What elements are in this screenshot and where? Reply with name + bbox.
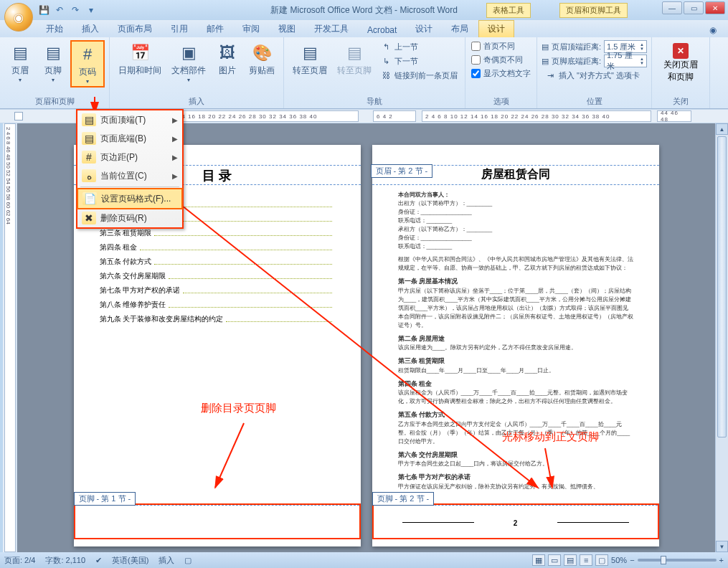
page-number-button[interactable]: #页码▾ — [70, 40, 105, 87]
zoom-out-button[interactable]: − — [630, 556, 634, 564]
scroll-thumb[interactable] — [717, 136, 727, 437]
header-margin-icon: ▤ — [542, 42, 549, 52]
tab-references[interactable]: 引用 — [162, 21, 197, 37]
macro-icon[interactable]: ▢ — [184, 556, 192, 565]
footer-tag-2: 页脚 - 第 2 节 - — [372, 492, 435, 506]
view-fullscreen[interactable]: ▭ — [548, 554, 561, 566]
footer-zone-1[interactable]: 页脚 - 第 1 节 - — [74, 503, 361, 539]
dd-bottom-icon: ▤ — [82, 132, 96, 145]
picture-button[interactable]: 🖼图片 — [212, 40, 243, 85]
group-headerfooter: ▤页眉▾ ▤页脚▾ #页码▾ 页眉和页脚 — [0, 37, 110, 108]
vertical-ruler-col: 2 4 6 8 46 48 50 52 54 56 58 60 62 64 — [3, 123, 17, 552]
footer-button[interactable]: ▤页脚▾ — [37, 40, 69, 87]
help-icon[interactable]: ◉ — [705, 23, 721, 37]
scroll-down-button[interactable]: ▼ — [716, 541, 728, 552]
tab-pagelayout[interactable]: 页面布局 — [109, 21, 161, 37]
clipart-button[interactable]: 🎨剪贴画 — [245, 40, 279, 85]
tab-mailings[interactable]: 邮件 — [198, 21, 232, 37]
toc-line: 第八条 维修养护责任 — [100, 300, 335, 310]
group-insert: 📅日期和时间 ▣文档部件▾ 🖼图片 🎨剪贴画 插入 — [110, 37, 284, 108]
group-position: ▤页眉顶端距离:1.5 厘米▲▼ ▤页脚底端距离:1.75 厘米▲▼ ⇥插入 "… — [537, 37, 652, 108]
dd-margin-icon: # — [82, 151, 96, 164]
page-2[interactable]: 页眉 - 第 2 节 - 房屋租赁合同 本合同双方当事人： 出租方（以下简称甲方… — [372, 145, 659, 546]
tab-acrobat[interactable]: Acrobat — [359, 23, 405, 37]
prev-section-button[interactable]: ↰上一节 — [377, 40, 460, 53]
show-doc-checkbox[interactable]: 显示文档文字 — [470, 67, 532, 80]
group-close: ✕ 关闭页眉 和页脚 关闭 — [652, 37, 710, 108]
zoom-slider[interactable] — [638, 559, 717, 562]
footer-margin-icon: ▤ — [542, 57, 549, 66]
goto-footer-icon: ▤ — [343, 42, 366, 65]
next-section-button[interactable]: ↳下一节 — [377, 55, 460, 67]
view-outline[interactable]: ≡ — [580, 554, 592, 566]
window-title: 新建 Microsoft Office Word 文档 - Microsoft … — [270, 4, 458, 16]
zoom-in-button[interactable]: + — [719, 556, 724, 564]
tab-hf-design[interactable]: 设计 — [478, 20, 514, 37]
maximize-button[interactable]: ▭ — [684, 1, 704, 14]
status-words[interactable]: 字数: 2,110 — [45, 555, 85, 566]
horizontal-ruler[interactable]: 2 4 6 8 10 12 14 16 18 20 22 24 26 28 30… — [422, 110, 651, 122]
header-zone-2[interactable]: 页眉 - 第 2 节 - 房屋租赁合同 — [372, 165, 659, 185]
diff-oddeven-checkbox[interactable]: 奇偶页不同 — [470, 54, 532, 66]
title-bar: ◉ 💾 ↶ ↷ ▾ 新建 Microsoft Office Word 文档 - … — [0, 0, 728, 20]
tab-insert[interactable]: 插入 — [73, 21, 108, 37]
tab-developer[interactable]: 开发工具 — [306, 21, 357, 37]
status-mode[interactable]: 插入 — [159, 555, 174, 566]
tab-home[interactable]: 开始 — [37, 21, 72, 37]
view-web[interactable]: ▤ — [564, 554, 577, 566]
close-header-footer-button[interactable]: ✕ 关闭页眉 和页脚 — [656, 40, 705, 86]
status-language[interactable]: 英语(美国) — [112, 555, 148, 566]
goto-header-icon: ▤ — [298, 42, 321, 65]
horizontal-ruler[interactable]: 44 46 48 — [657, 110, 691, 122]
tab-table-layout[interactable]: 布局 — [443, 21, 477, 37]
goto-header-button[interactable]: ▤转至页眉 — [288, 40, 331, 78]
context-tab-headerfooter: 页眉和页脚工具 — [559, 3, 628, 18]
tab-table-design[interactable]: 设计 — [407, 21, 441, 37]
toc-line: 第三条 租赁期限 — [100, 228, 335, 238]
view-draft[interactable]: ▢ — [595, 554, 608, 566]
dd-cursor-icon: ە — [82, 169, 96, 182]
group-options: 首页不同 奇偶页不同 显示文档文字 选项 — [465, 37, 537, 108]
separator — [80, 186, 179, 187]
office-button[interactable]: ◉ — [4, 3, 33, 32]
dd-top-icon: ▤ — [82, 113, 96, 126]
redo-icon[interactable]: ↷ — [69, 4, 82, 16]
page2-body: 本合同双方当事人： 出租方（以下简称甲方）：________身份证：______… — [372, 145, 659, 494]
horizontal-ruler[interactable]: 6 4 2 — [373, 110, 416, 122]
vertical-ruler[interactable]: 2 4 6 8 46 48 50 52 54 56 58 60 62 64 — [4, 123, 16, 552]
dd-page-margins[interactable]: #页边距(P)▶ — [77, 148, 182, 166]
zoom-level[interactable]: 50% — [611, 556, 627, 564]
dd-remove-page-number[interactable]: ✖删除页码(R) — [77, 209, 182, 227]
undo-icon[interactable]: ↶ — [53, 4, 66, 16]
dd-current-pos[interactable]: ە当前位置(C)▶ — [77, 166, 182, 185]
scroll-up-button[interactable]: ▲ — [716, 123, 728, 135]
save-icon[interactable]: 💾 — [37, 4, 50, 16]
close-window-button[interactable]: ✕ — [705, 1, 725, 14]
dd-format-page-number[interactable]: 📄设置页码格式(F)... — [77, 188, 183, 209]
dd-page-bottom[interactable]: ▤页面底端(B)▶ — [77, 129, 182, 148]
footer-zone-2[interactable]: 页脚 - 第 2 节 - 2 — [372, 503, 659, 539]
link-prev-button[interactable]: ⛓链接到前一条页眉 — [377, 69, 460, 82]
footer-tag-1: 页脚 - 第 1 节 - — [74, 492, 136, 506]
goto-footer-button[interactable]: ▤转至页脚 — [333, 40, 376, 78]
status-page[interactable]: 页面: 2/4 — [4, 555, 35, 566]
insert-align-tab-button[interactable]: ⇥插入 "对齐方式" 选项卡 — [542, 69, 647, 82]
footer-bot-input[interactable]: 1.75 厘米▲▼ — [604, 55, 647, 67]
footer-icon: ▤ — [42, 42, 65, 65]
diff-first-checkbox[interactable]: 首页不同 — [470, 40, 532, 52]
proofing-icon[interactable]: ✔ — [95, 556, 102, 565]
header-button[interactable]: ▤页眉▾ — [4, 40, 36, 87]
minimize-button[interactable]: — — [662, 1, 682, 14]
tab-review[interactable]: 审阅 — [234, 21, 268, 37]
view-print-layout[interactable]: ▦ — [532, 554, 545, 566]
qat-customize-icon[interactable]: ▾ — [85, 4, 98, 16]
dd-remove-icon: ✖ — [82, 212, 96, 224]
tab-view[interactable]: 视图 — [270, 21, 304, 37]
quickparts-button[interactable]: ▣文档部件▾ — [167, 40, 210, 85]
footer-page-number: 2 — [374, 519, 658, 527]
vertical-scrollbar[interactable]: ▲ ▼ — [715, 123, 728, 552]
tab-selector[interactable] — [14, 112, 23, 120]
dd-page-top[interactable]: ▤页面顶端(T)▶ — [77, 110, 182, 129]
toc-line: 第四条 租金 — [100, 242, 335, 252]
datetime-button[interactable]: 📅日期和时间 — [114, 40, 166, 85]
